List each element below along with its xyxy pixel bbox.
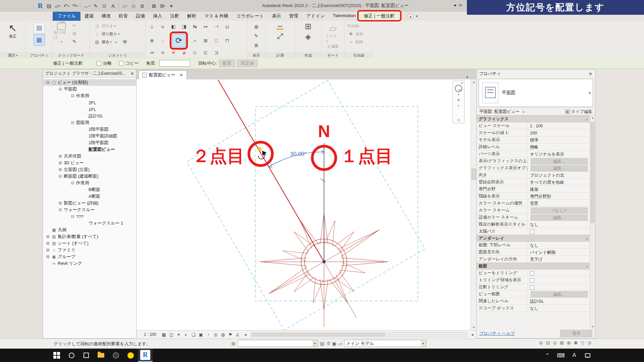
tab-管理[interactable]: 管理 [285, 12, 302, 21]
collapse-expander-icon[interactable]: ⊟ [70, 94, 75, 98]
tree-item-ビュー (分類順)[interactable]: ⊟▢ビュー (分類順) [43, 79, 136, 86]
properties-scroll-down-icon[interactable]: ▼ [590, 325, 595, 328]
offset-icon[interactable]: ⊔ [223, 23, 231, 30]
view-properties-icon[interactable]: ∠ [234, 331, 241, 338]
disjoin-checkbox[interactable]: 分離 [97, 60, 112, 66]
properties-palette-button[interactable]: ▤ [34, 22, 45, 34]
cope-tool[interactable]: ⊐切欠き▾ [93, 22, 116, 30]
panel-label-geometry[interactable]: ジオメトリ [90, 52, 145, 58]
section-icon[interactable]: ◇ [129, 2, 138, 10]
project-browser-close-icon[interactable]: ✕ [130, 71, 134, 76]
tab-file[interactable]: ファイル [53, 12, 80, 21]
tree-item-配置図ビュー[interactable]: 配置図ビュー [43, 146, 136, 153]
reveal-hidden-elements-icon[interactable]: ◍ [219, 331, 227, 338]
panel-label-properties[interactable]: プロパティ [26, 52, 52, 58]
trim-extend-icon[interactable]: ⊣ [213, 23, 220, 30]
unpin-icon[interactable]: ⌀ [180, 49, 188, 56]
scale-icon[interactable]: □ [213, 37, 220, 44]
collapse-expander-icon[interactable]: ⊟ [58, 174, 62, 179]
customize-qat-icon[interactable]: ▾ [167, 2, 175, 10]
worksets-dropdown[interactable]: ▾ [237, 340, 318, 347]
type-selector-dropdown-icon[interactable]: ▾ [589, 91, 591, 95]
tab-建築[interactable]: 建築 [80, 12, 98, 21]
element-selector-row[interactable]: 平面図: 配置図ビュー ∨ ▦ タイプ編集 [477, 108, 595, 116]
pinned-app-button[interactable] [108, 349, 123, 362]
expand-expander-icon[interactable]: ⊞ [58, 161, 62, 165]
split-with-gap-icon[interactable]: ↦ [202, 23, 209, 30]
design-options-icon[interactable]: ▣ [332, 341, 336, 346]
panel-label-view[interactable]: 表示 [247, 52, 265, 58]
search-binoculars-icon[interactable]: ∞ [459, 2, 462, 8]
property-value[interactable] [528, 269, 590, 276]
property-value[interactable] [528, 228, 590, 235]
tree-item-図面用[interactable]: ⊟図面用 [43, 119, 136, 126]
dropdown-chevron-icon[interactable]: ▾ [164, 4, 165, 7]
tag-icon[interactable]: ⊙ [100, 2, 108, 10]
select-links-icon[interactable]: ⊘ [539, 340, 543, 346]
view-tab-site-plan[interactable]: 配置図ビュー ✕ [139, 70, 187, 79]
demolish-hammer-icon[interactable]: ⚒ [121, 38, 128, 46]
property-edit-button[interactable]: 編集... [531, 165, 588, 171]
tree-item-シート (すべて)[interactable]: ⊞▥シート (すべて) [43, 240, 136, 247]
property-edit-button[interactable]: 編集... [531, 291, 588, 297]
legend-component-icon[interactable]: ◈ [305, 33, 311, 41]
pin-icon[interactable]: ⊓ [223, 37, 231, 44]
default-center-button[interactable]: 既定値 [237, 60, 258, 67]
ribbon-collapse-control[interactable]: ▴ ▾ [408, 14, 418, 21]
drawing-canvas[interactable]: 30.00° ２点目 １点目 N [137, 79, 471, 330]
mirror-pick-axis-icon[interactable]: ◧ [170, 23, 177, 30]
design-options-edit-icon[interactable]: ▱ [338, 341, 342, 346]
steering-wheel-icon[interactable]: 2D [455, 85, 462, 92]
place-center-button[interactable]: 配置 [219, 60, 235, 67]
dropdown-chevron-icon[interactable]: ▾ [89, 4, 90, 7]
tab-挿入[interactable]: 挿入 [149, 12, 166, 21]
remove-leader-tool[interactable]: ⌁削除 [347, 38, 363, 46]
copy-checkbox[interactable]: コピー [119, 60, 139, 66]
property-group-範囲[interactable]: 範囲▴ [477, 263, 590, 269]
beam-join-icon[interactable]: ⌐ [113, 38, 120, 46]
reveal-hidden-icon[interactable]: ◍ [253, 23, 260, 30]
dropdown-chevron-icon[interactable]: ▾ [59, 4, 60, 7]
select-underlay-elements-icon[interactable]: ⊟ [546, 340, 550, 346]
panel-label-measure[interactable]: 計測 [266, 52, 294, 58]
group-collapse-icon[interactable]: ▴ [586, 265, 588, 268]
scroll-left-icon[interactable]: ◂ [242, 332, 249, 337]
aligned-dimension-tool-icon[interactable]: ↔ [276, 22, 284, 30]
detail-level-icon[interactable]: ▦ [160, 331, 168, 338]
tree-item-集計表/数量 (すべて)[interactable]: ⊞▤集計表/数量 (すべて) [43, 233, 136, 240]
tree-item-断面図 (建築断面)[interactable]: ⊟断面図 (建築断面) [43, 173, 136, 180]
sun-path-icon[interactable]: ☀ [175, 331, 182, 338]
redo-icon[interactable]: ↷▾ [71, 2, 79, 10]
property-edit-button[interactable]: 編集... [531, 215, 588, 221]
navbar-collapse-icon[interactable]: ⊖ [457, 118, 460, 122]
copy-to-clipboard-icon[interactable]: ⧉ [71, 30, 78, 37]
split-element-icon[interactable]: ↹ [191, 23, 199, 30]
property-value[interactable] [528, 284, 590, 290]
view-tab-list-icon[interactable]: ▾ [466, 75, 468, 79]
linework-icon[interactable]: ✎ [253, 32, 260, 40]
tree-item-凡例[interactable]: ▦凡例 [43, 227, 136, 233]
drag-elements-on-selection-icon[interactable]: ⊕ [567, 340, 571, 346]
aligned-dimension-icon[interactable]: ↔▾ [83, 2, 91, 10]
collapse-infocenter-icon[interactable]: ◂ [453, 2, 456, 8]
property-value[interactable]: 編集... [528, 165, 590, 171]
dropdown-chevron-icon[interactable]: ▾ [77, 4, 78, 7]
cut-geometry-tool[interactable]: ◌切り取り▾ [93, 30, 120, 38]
expand-expander-icon[interactable]: ⊞ [58, 168, 62, 172]
revit-taskbar-button[interactable]: R [138, 349, 153, 362]
match-type-icon[interactable]: ≡ [159, 49, 166, 56]
panel-label-clipboard[interactable]: クリップボード [53, 52, 90, 58]
tab-Twinmotion[interactable]: Twinmotion [329, 12, 360, 21]
property-checkbox[interactable] [530, 271, 534, 276]
edit-family-button[interactable]: ▱ ファミリ を編集 [323, 22, 343, 50]
trim-corner-icon[interactable]: ⌐ [191, 37, 199, 44]
default-3d-view-icon[interactable]: ⌂▾ [121, 2, 129, 10]
thin-lines-icon[interactable]: ≣ [138, 2, 146, 10]
property-group-アンダーレイ[interactable]: アンダーレイ▴ [477, 235, 590, 242]
angle-input[interactable] [159, 60, 190, 67]
canvas-horizontal-scrollbar[interactable] [251, 332, 468, 337]
copy-checkbox-box[interactable] [119, 61, 124, 66]
property-checkbox[interactable] [530, 278, 534, 283]
match-properties-icon[interactable]: ✎ [71, 38, 78, 45]
modify-tool-button[interactable]: ↖ 修正 [6, 22, 19, 40]
